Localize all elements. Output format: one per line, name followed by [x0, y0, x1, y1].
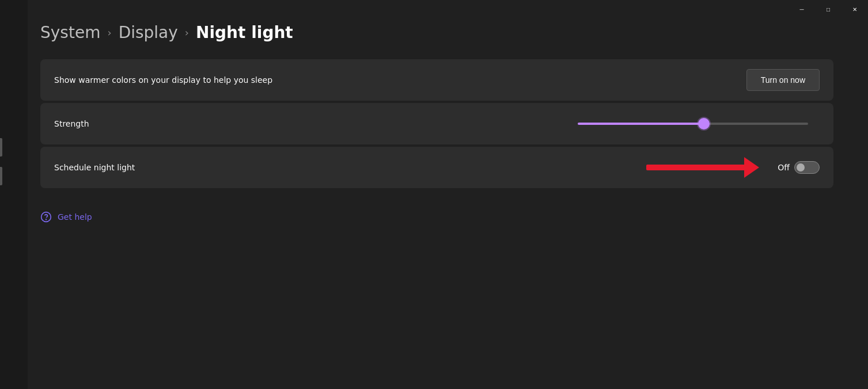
sidebar-indicator: [0, 138, 2, 157]
arrow-head: [744, 157, 759, 178]
sidebar-indicator2: [0, 167, 2, 185]
close-button[interactable]: ✕: [842, 0, 868, 18]
breadcrumb-separator-1: ›: [107, 26, 111, 39]
schedule-toggle-wrapper: Off: [778, 161, 820, 174]
red-arrow-container: [646, 157, 759, 178]
strength-slider-container: [578, 123, 820, 125]
sidebar: [0, 0, 28, 389]
arrow-shaft: [646, 165, 744, 170]
turn-on-now-button[interactable]: Turn on now: [746, 69, 820, 91]
help-icon: [40, 211, 52, 223]
get-help-section[interactable]: Get help: [40, 211, 833, 223]
toggle-track: [794, 161, 820, 174]
breadcrumb-system[interactable]: System: [40, 23, 100, 42]
main-content: System › Display › Night light Show warm…: [6, 0, 868, 246]
schedule-toggle-label: Off: [778, 163, 790, 172]
minimize-button[interactable]: ─: [789, 0, 815, 18]
strength-slider[interactable]: [578, 123, 808, 125]
breadcrumb: System › Display › Night light: [40, 23, 833, 42]
night-light-description: Show warmer colors on your display to he…: [54, 75, 272, 85]
red-arrow: [646, 157, 759, 178]
strength-label: Strength: [54, 119, 89, 128]
maximize-button[interactable]: □: [815, 0, 842, 18]
get-help-label: Get help: [58, 212, 92, 222]
svg-point-1: [46, 219, 47, 220]
breadcrumb-separator-2: ›: [185, 26, 189, 39]
strength-card: Strength: [40, 103, 833, 144]
night-light-card: Show warmer colors on your display to he…: [40, 59, 833, 101]
breadcrumb-night-light: Night light: [196, 23, 293, 42]
schedule-card: Schedule night light Off: [40, 147, 833, 188]
schedule-controls: Off: [646, 157, 820, 178]
schedule-toggle[interactable]: [794, 161, 820, 174]
breadcrumb-display[interactable]: Display: [119, 23, 178, 42]
schedule-label: Schedule night light: [54, 163, 135, 172]
toggle-thumb: [797, 163, 805, 171]
title-bar: ─ □ ✕: [789, 0, 868, 18]
